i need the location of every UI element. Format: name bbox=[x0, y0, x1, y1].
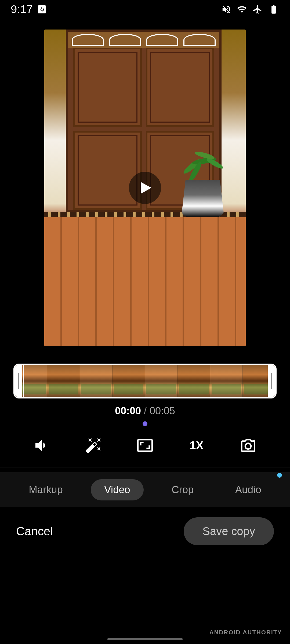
progress-dot bbox=[143, 421, 147, 426]
play-icon bbox=[141, 182, 151, 194]
status-left: 9:17 bbox=[11, 3, 47, 16]
airplane-icon bbox=[252, 4, 263, 14]
timeline-track[interactable] bbox=[13, 364, 277, 398]
volume-button[interactable] bbox=[30, 433, 54, 458]
floor bbox=[44, 212, 246, 346]
divider-line bbox=[0, 467, 290, 467]
timeline-frames bbox=[15, 365, 275, 397]
time-divider: / bbox=[141, 405, 150, 416]
home-bar bbox=[107, 638, 183, 640]
timeline-frame-6 bbox=[177, 365, 210, 397]
watermark-text: ANDROID AUTHORITY bbox=[209, 629, 282, 636]
bottom-bar: Cancel Save copy bbox=[0, 510, 290, 553]
tab-markup-label: Markup bbox=[29, 484, 63, 496]
speed-label: 1X bbox=[190, 439, 203, 452]
status-right bbox=[221, 4, 279, 14]
magic-button[interactable] bbox=[81, 433, 106, 458]
tab-video-label: Video bbox=[104, 484, 130, 496]
watermark: ANDROID AUTHORITY bbox=[209, 629, 282, 636]
volume-icon bbox=[33, 437, 50, 454]
door-top-deco bbox=[68, 32, 219, 48]
screenshot-button[interactable] bbox=[236, 433, 260, 458]
video-container bbox=[0, 19, 290, 357]
timeline-playhead[interactable] bbox=[23, 364, 24, 398]
timeline-handle-left[interactable] bbox=[15, 365, 22, 397]
tab-video[interactable]: Video bbox=[91, 479, 144, 500]
aspect-button[interactable] bbox=[133, 433, 157, 458]
battery-icon bbox=[268, 4, 279, 14]
aspect-icon bbox=[136, 437, 154, 454]
cancel-button[interactable]: Cancel bbox=[16, 525, 53, 538]
tab-crop-label: Crop bbox=[172, 484, 194, 496]
tab-crop[interactable]: Crop bbox=[158, 479, 207, 500]
timeline-frame-7 bbox=[210, 365, 243, 397]
screenshot-icon bbox=[240, 437, 257, 454]
status-bar: 9:17 bbox=[0, 0, 290, 19]
timeline-area bbox=[0, 357, 290, 405]
timeline-frame-3 bbox=[80, 365, 113, 397]
save-button[interactable]: Save copy bbox=[184, 517, 274, 545]
status-time: 9:17 bbox=[11, 3, 33, 16]
tab-dot bbox=[277, 473, 282, 478]
wifi-icon bbox=[237, 4, 247, 14]
tab-bar: Markup Video Crop Audio bbox=[0, 472, 290, 507]
timeline-handle-right[interactable] bbox=[268, 365, 275, 397]
play-button[interactable] bbox=[129, 172, 161, 204]
timeline-frame-5 bbox=[145, 365, 177, 397]
timeline-frame-4 bbox=[113, 365, 145, 397]
nfc-icon bbox=[37, 5, 47, 14]
plant bbox=[176, 148, 230, 217]
tab-audio-label: Audio bbox=[235, 484, 261, 496]
time-display: 00:00 / 00:05 bbox=[0, 405, 290, 417]
time-total: 00:05 bbox=[150, 405, 175, 416]
speed-button[interactable]: 1X bbox=[184, 433, 209, 458]
time-current: 00:00 bbox=[115, 405, 141, 416]
handle-grip-right bbox=[271, 373, 272, 389]
controls-row: 1X bbox=[0, 429, 290, 462]
mute-icon bbox=[221, 4, 231, 14]
video-preview[interactable] bbox=[44, 30, 246, 346]
tab-audio[interactable]: Audio bbox=[222, 479, 275, 500]
tab-markup[interactable]: Markup bbox=[15, 479, 76, 500]
timeline-frame-2 bbox=[47, 365, 80, 397]
handle-grip-left bbox=[18, 373, 19, 389]
magic-icon bbox=[85, 437, 102, 454]
